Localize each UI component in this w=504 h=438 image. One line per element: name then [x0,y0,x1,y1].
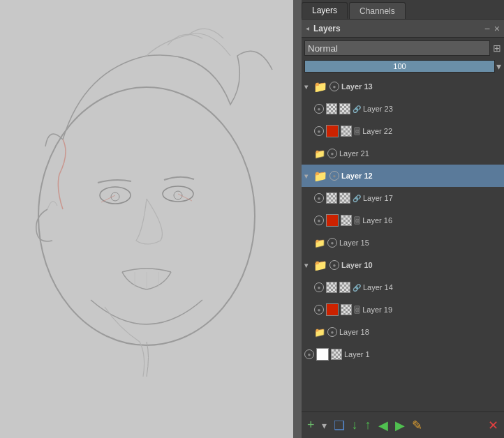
layer-row[interactable]: ▾ 📁 ● Layer 12 [302,165,504,187]
add-layer-button[interactable]: + [306,416,316,434]
layer-name: Layer 13 [341,82,501,91]
layer-row[interactable]: ● 🔗 Layer 14 [302,276,504,299]
layer-row[interactable]: ▾ 📁 ● Layer 13 [302,75,504,98]
layer-name: Layer 16 [362,216,501,225]
visibility-icon[interactable]: ● [314,126,324,136]
visibility-icon[interactable]: ● [329,171,339,181]
merge-visible-button[interactable]: ▶ [394,416,406,435]
link-icon: 🔗 [353,284,361,292]
visibility-icon[interactable]: ● [327,149,337,158]
layer-mask-thumbnail [339,103,350,114]
layer-thumbnail [326,282,337,293]
layer-row[interactable]: ● 🔗 Layer 17 [302,187,504,209]
duplicate-icon: ❑ [334,418,345,433]
blend-mode-row: Normal Dissolve Multiply Screen Overlay … [302,38,504,59]
panel-icons: − × [484,23,500,34]
visibility-icon[interactable]: ● [314,193,324,203]
panel-menu-icon[interactable]: − [484,23,490,34]
grid-icon[interactable]: ⊞ [493,43,501,54]
visibility-icon[interactable]: ● [327,238,337,248]
scrollbar-middle[interactable] [293,0,302,438]
blend-mode-select[interactable]: Normal Dissolve Multiply Screen Overlay [304,40,490,56]
layer-mask-thumbnail [341,304,352,315]
layers-list[interactable]: ▾ 📁 ● Layer 13 ● 🔗 Layer 23 ● α Layer 22… [302,75,504,411]
layer-thumbnail [326,214,339,227]
layer-name: Layer 19 [362,305,501,314]
merge-down-button[interactable]: ◀ [377,416,390,435]
visibility-icon[interactable]: ● [314,305,324,315]
link-icon: 🔗 [353,105,361,113]
layer-row[interactable]: ● α Layer 19 [302,299,504,321]
panel-header: ◂ Layers − × [302,20,504,38]
layer-thumbnail [326,103,337,114]
opacity-slider[interactable]: 100 [304,60,495,73]
layer-mask-thumbnail [331,349,342,360]
layer-name: Layer 1 [344,350,501,358]
layer-mask-thumbnail [341,215,352,226]
move-up-button[interactable]: ↑ [364,416,373,434]
layer-props-icon: ✎ [412,418,422,433]
panel-close-icon[interactable]: × [494,23,500,34]
expand-icon[interactable]: ▾ [304,172,311,180]
layer-name: Layer 22 [362,127,501,135]
layer-row[interactable]: 📁 ● Layer 15 [302,232,504,254]
opacity-row: 100 ▾ [302,59,504,74]
layer-name: Layer 18 [339,328,501,336]
merge-visible-icon: ▶ [395,418,405,433]
layer-mask-thumbnail [339,192,350,204]
alpha-lock-icon[interactable]: α [354,127,360,135]
canvas-drawing [0,0,293,438]
tab-bar: Layers Channels [302,0,504,20]
canvas-area [0,0,293,438]
layer-props-button[interactable]: ✎ [410,416,424,435]
layer-row[interactable]: ● 🔗 Layer 23 [302,98,504,120]
panel-collapse-icon[interactable]: ◂ [306,24,309,32]
opacity-value: 100 [305,62,494,70]
visibility-icon[interactable]: ● [314,216,324,225]
visibility-icon[interactable]: ● [329,82,339,91]
visibility-icon[interactable]: ● [304,349,314,359]
visibility-icon[interactable]: ● [314,104,324,114]
layer-name: Layer 15 [339,239,501,247]
bottom-toolbar: + ▾ ❑ ↓ ↑ ◀ ▶ ✎ ✕ [302,411,504,438]
layer-mask-thumbnail [341,126,352,137]
layer-name: Layer 23 [363,105,501,113]
tab-layers[interactable]: Layers [302,2,348,19]
duplicate-layer-button[interactable]: ❑ [332,416,346,435]
layer-thumbnail [326,192,337,204]
opacity-dropdown-icon[interactable]: ▾ [496,61,501,72]
folder-icon: 📁 [314,149,325,159]
layer-row[interactable]: ▾ 📁 ● Layer 10 [302,254,504,276]
layer-thumbnail [326,303,339,316]
folder-icon: 📁 [314,238,325,248]
layer-row[interactable]: ● α Layer 22 [302,120,504,142]
layer-row[interactable]: ● Layer 1 [302,343,504,365]
delete-layer-button[interactable]: ✕ [487,416,500,435]
link-icon: 🔗 [353,195,361,202]
layer-row[interactable]: 📁 ● Layer 18 [302,321,504,343]
layer-name: Layer 12 [341,172,501,180]
layer-name: Layer 14 [363,283,501,292]
tab-channels[interactable]: Channels [349,2,406,19]
folder-icon: 📁 [313,80,327,93]
expand-icon[interactable]: ▾ [304,262,311,269]
panel-title: Layers [313,24,484,33]
visibility-icon[interactable]: ● [329,260,339,270]
alpha-lock-icon[interactable]: α [354,216,360,225]
layer-name: Layer 10 [341,261,501,269]
folder-icon: 📁 [313,169,327,183]
move-down-icon: ↓ [352,418,358,432]
visibility-icon[interactable]: ● [314,282,324,292]
layer-row[interactable]: ● α Layer 16 [302,209,504,232]
layer-name: Layer 21 [339,149,501,158]
layer-thumbnail [316,348,329,361]
add-dropdown-button[interactable]: ▾ [320,418,328,432]
move-up-icon: ↑ [365,418,371,432]
move-down-button[interactable]: ↓ [350,416,360,434]
layer-thumbnail [326,125,339,137]
svg-rect-0 [0,0,293,438]
alpha-lock-icon[interactable]: α [354,305,360,314]
visibility-icon[interactable]: ● [327,327,337,337]
expand-icon[interactable]: ▾ [304,83,311,91]
layer-row[interactable]: 📁 ● Layer 21 [302,142,504,165]
